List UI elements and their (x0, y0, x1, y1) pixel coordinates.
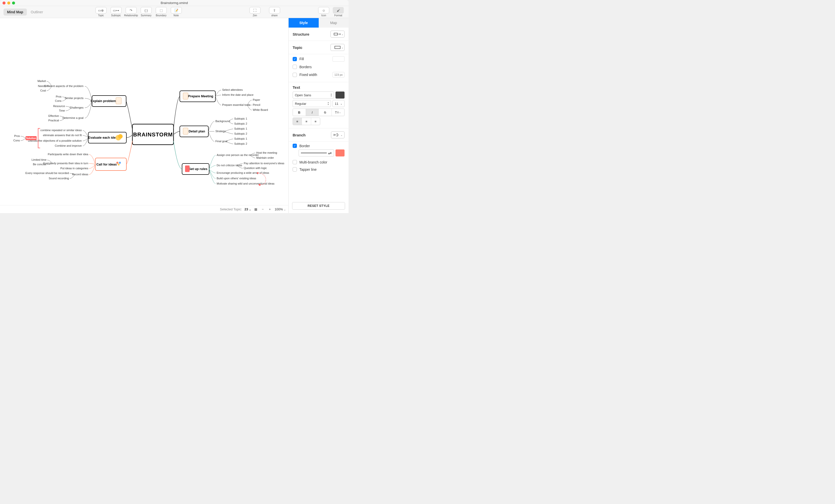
relationship-icon: ↷ (126, 7, 137, 14)
svg-text:Background: Background (216, 120, 230, 123)
svg-point-0 (116, 162, 118, 164)
svg-rect-59 (335, 46, 340, 49)
detail-plan-children: Background Strategy Final goal Subtopic … (208, 117, 247, 145)
border-checkbox[interactable]: ✓ (293, 144, 297, 148)
summary-icon: { } (141, 7, 152, 14)
selected-topic-count[interactable]: 23 ⌄ (244, 207, 251, 211)
font-size-select[interactable]: 11⌄ (332, 100, 345, 107)
book-icon (185, 165, 189, 172)
font-weight-select[interactable]: Regular▴▾ (293, 100, 331, 107)
svg-text:Combine and improve: Combine and improve (55, 144, 82, 147)
smiley-icon: ☺ (318, 7, 329, 14)
svg-text:Limited time: Limited time (32, 158, 46, 161)
tapper-checkbox[interactable] (293, 167, 297, 172)
branch-style-select[interactable]: ⌄ (331, 132, 345, 138)
view-toggle: Mind Map Outliner (3, 8, 47, 16)
svg-text:Strategy: Strategy (216, 129, 226, 133)
fill-color-swatch[interactable] (332, 56, 345, 62)
svg-text:Cons: Cons (13, 139, 20, 142)
toolbar-boundary-button[interactable]: ⬚ Boundary (155, 7, 168, 17)
border-color-swatch[interactable] (335, 149, 345, 157)
bold-button[interactable]: B (293, 109, 306, 116)
svg-text:Sound recording: Sound recording (49, 177, 69, 180)
window-title: Brainstormg.xmind (0, 1, 349, 5)
zoom-level[interactable]: 100% ⌄ (274, 207, 286, 211)
toolbar-zen-button[interactable]: ⛶ Zen (248, 7, 262, 17)
svg-text:White Board: White Board (253, 108, 268, 111)
svg-text:Resource: Resource (53, 104, 65, 107)
align-left-button[interactable]: ≡ (293, 118, 302, 125)
svg-text:Inform the date and place: Inform the date and place (222, 93, 253, 96)
svg-text:Subtopic 1: Subtopic 1 (234, 137, 247, 140)
align-center-button[interactable]: ≡ (302, 118, 311, 125)
svg-text:eliminate answers that do not : eliminate answers that do not fit (43, 134, 82, 137)
document-icon (116, 98, 121, 104)
toolbar-format-button[interactable]: 🖌 Format (331, 7, 345, 17)
checklist-icon (183, 128, 188, 135)
fixed-width-checkbox[interactable] (293, 73, 297, 77)
call-ideas-text: Call for ideas (96, 162, 117, 166)
svg-text:Determine a goal: Determine a goal (62, 116, 83, 119)
topic-shape-select[interactable]: ⌄ (330, 44, 345, 51)
line-style-select[interactable]: ▴▾ (299, 149, 334, 157)
svg-text:Pay attention to everyone's id: Pay attention to everyone's ideas (244, 162, 284, 165)
svg-text:Subtopic 2: Subtopic 2 (234, 142, 247, 145)
font-family-select[interactable]: Open Sans▴▾ (293, 92, 334, 99)
titlebar: Brainstormg.xmind (0, 0, 349, 6)
view-outliner-tab[interactable]: Outliner (27, 8, 47, 16)
svg-text:Pros: Pros (56, 95, 61, 98)
share-icon: ⇪ (269, 7, 280, 14)
minimize-window-button[interactable] (7, 1, 10, 4)
evaluate-idea-text: Evaluate each idea (88, 136, 118, 139)
explain-problem-children: Different aspects of the problem Similar… (37, 80, 92, 122)
toolbar-subtopic-button[interactable]: ▭⊶ Subtopic (109, 7, 123, 17)
svg-text:Every response should be recor: Every response should be recorded (25, 172, 69, 175)
maximize-window-button[interactable] (12, 1, 15, 4)
align-right-button[interactable]: ≡ (311, 118, 320, 125)
svg-text:Motivate sharing wild and unco: Motivate sharing wild and unconventional… (217, 182, 274, 185)
map-overview-icon[interactable]: ▦ (253, 207, 258, 211)
strike-button[interactable]: S (319, 109, 332, 116)
svg-text:Market: Market (37, 80, 46, 82)
reset-style-button[interactable]: RESET STYLE (292, 202, 345, 209)
mindmap-canvas[interactable]: BRAINSTORM Explain problem Evaluate each… (0, 18, 288, 213)
multibranch-checkbox[interactable] (293, 160, 297, 164)
svg-text:combine repeated or similar id: combine repeated or similar ideas (40, 129, 82, 132)
branch-row: Branch ⌄ (289, 128, 349, 142)
svg-text:Pencil: Pencil (253, 103, 260, 106)
borders-checkbox[interactable] (293, 65, 297, 69)
tab-map[interactable]: Map (319, 18, 349, 27)
svg-text:Time: Time (59, 109, 65, 112)
toolbar-secondary-group: ⛶ Zen ⇪ share (248, 7, 281, 17)
svg-point-1 (119, 162, 121, 164)
central-topic-text: BRAINSTORM (133, 132, 173, 138)
toolbar-summary-button[interactable]: { } Summary (139, 7, 153, 17)
toolbar-share-button[interactable]: ⇪ share (268, 7, 281, 17)
fill-checkbox[interactable]: ✓ (293, 57, 297, 61)
zoom-out-button[interactable]: − (261, 207, 265, 211)
toolbar-main-group: ▭⊕ Topic ▭⊶ Subtopic ↷ Relationship { } … (94, 7, 183, 17)
italic-button[interactable]: I (306, 109, 319, 116)
svg-text:Put ideas in categories: Put ideas in categories (60, 167, 88, 170)
zoom-in-button[interactable]: + (268, 207, 272, 211)
structure-select[interactable]: ⌄ (330, 31, 345, 38)
view-mindmap-tab[interactable]: Mind Map (3, 8, 27, 16)
close-window-button[interactable] (2, 1, 5, 4)
svg-text:Needs: Needs (38, 84, 46, 87)
toolbar-topic-button[interactable]: ▭⊕ Topic (94, 7, 108, 17)
format-panel: Style Map Structure ⌄ Topic ⌄ ✓ (288, 18, 349, 213)
svg-text:Challenges: Challenges (70, 106, 84, 109)
evaluate-children: combine repeated or similar ideas elimin… (28, 129, 88, 147)
text-color-swatch[interactable] (335, 92, 345, 99)
toolbar-note-button[interactable]: 📝 Note (169, 7, 183, 17)
toolbar-relationship-button[interactable]: ↷ Relationship (124, 7, 138, 17)
toolbar-icon-button[interactable]: ☺ Icon (317, 7, 330, 17)
svg-text:Solution: Solution (26, 137, 36, 140)
svg-text:Different aspects of the probl: Different aspects of the problem (44, 84, 83, 87)
svg-text:Pros: Pros (14, 135, 20, 137)
tab-style[interactable]: Style (289, 18, 319, 27)
svg-text:Paper: Paper (253, 98, 260, 101)
detail-plan-text: Detail plan (188, 129, 205, 133)
fixed-width-input[interactable] (332, 72, 345, 78)
text-case-button[interactable]: Tᴛ ⌄ (332, 109, 345, 116)
